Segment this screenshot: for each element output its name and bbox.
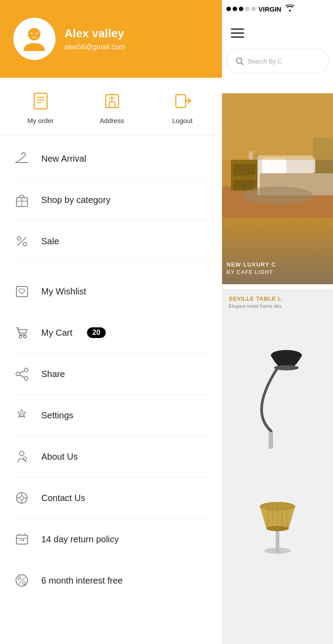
seville-info: SEVILLE TABLE L Elegant metal frame des — [222, 289, 333, 315]
menu-item-settings[interactable]: Settings — [0, 397, 222, 433]
hamburger-icon[interactable] — [231, 28, 244, 38]
wishlist-icon — [13, 283, 30, 300]
luxury-label: NEW LUXURY C BY CAFE LIGHT — [226, 261, 276, 275]
svg-point-19 — [242, 187, 313, 204]
search-icon — [236, 57, 244, 65]
svg-point-11 — [243, 184, 246, 187]
return-icon — [13, 531, 30, 548]
svg-point-10 — [243, 168, 246, 171]
menu-item-interest[interactable]: 6 month interest free — [0, 562, 222, 599]
shop-category-label: Shop by category — [41, 195, 111, 205]
bag-icon — [13, 191, 30, 208]
menu-item-share[interactable]: Share — [0, 356, 222, 392]
about-icon: i — [13, 448, 30, 465]
spacer-1 — [0, 264, 222, 273]
address-label: Address — [100, 117, 124, 124]
lamp-section: SEVILLE TABLE L Elegant metal frame des — [222, 289, 333, 644]
svg-rect-44 — [109, 102, 115, 107]
menu-item-cart[interactable]: My Cart 20 — [0, 314, 222, 351]
cart-icon — [13, 324, 30, 341]
avatar — [13, 18, 56, 60]
menu-item-contact[interactable]: Contact Us — [0, 480, 222, 516]
seville-title: SEVILLE TABLE L — [229, 295, 326, 302]
svg-line-34 — [282, 507, 282, 528]
svg-point-58 — [24, 377, 28, 380]
svg-point-36 — [28, 28, 40, 40]
address-icon — [100, 89, 124, 113]
svg-point-54 — [19, 335, 22, 338]
my-order-label: My order — [28, 117, 54, 124]
percent-icon — [13, 233, 30, 250]
menu-item-wishlist[interactable]: My Wishlist — [0, 273, 222, 310]
svg-point-38 — [36, 32, 38, 34]
bedroom-image: NEW LUXURY C BY CAFE LIGHT — [222, 93, 333, 284]
svg-point-67 — [20, 496, 24, 500]
user-name: Alex valley — [64, 27, 125, 40]
drawer-header: Alex valley alex56@gmail.com — [0, 0, 222, 78]
svg-line-75 — [19, 577, 25, 584]
svg-rect-28 — [276, 529, 279, 553]
svg-point-25 — [274, 365, 299, 370]
user-avatar-icon — [20, 24, 49, 53]
logout-label: Logout — [172, 117, 193, 124]
top-right-area: Search By C — [222, 18, 333, 93]
svg-line-59 — [20, 371, 24, 373]
menu-item-sale[interactable]: Sale — [0, 223, 222, 259]
divider-6 — [13, 394, 209, 395]
svg-rect-39 — [34, 93, 47, 109]
svg-line-60 — [20, 375, 24, 378]
svg-rect-21 — [233, 320, 322, 462]
wifi-icon — [285, 4, 295, 13]
signal-dots — [226, 7, 256, 11]
menu-item-new-arrival[interactable]: New Arrival — [0, 140, 222, 177]
svg-line-32 — [273, 507, 273, 528]
share-label: Share — [41, 369, 65, 379]
settings-icon — [13, 407, 30, 424]
svg-point-62 — [20, 413, 24, 417]
bedroom-svg — [222, 93, 333, 218]
svg-point-57 — [16, 372, 20, 376]
divider-9 — [13, 518, 209, 519]
svg-point-56 — [24, 368, 28, 372]
menu-item-about[interactable]: i About Us — [0, 438, 222, 475]
settings-label: Settings — [41, 410, 73, 421]
user-info: Alex valley alex56@gmail.com — [64, 27, 125, 51]
search-bar[interactable]: Search By C — [226, 49, 329, 73]
menu-list: New Arrival Shop by category — [0, 136, 222, 644]
logout-icon — [170, 89, 194, 113]
svg-rect-0 — [231, 28, 244, 30]
cart-label: My Cart — [41, 328, 72, 338]
svg-rect-53 — [16, 286, 28, 297]
quick-actions-bar: My order Address Logout — [0, 78, 222, 136]
hanger-icon — [13, 150, 30, 167]
logout-action[interactable]: Logout — [170, 89, 194, 124]
svg-rect-20 — [222, 93, 333, 160]
interest-icon — [13, 572, 30, 589]
dot-3 — [239, 7, 243, 11]
wishlist-label: My Wishlist — [41, 286, 86, 297]
svg-rect-45 — [176, 95, 186, 107]
menu-item-shop-category[interactable]: Shop by category — [0, 182, 222, 218]
menu-item-return[interactable]: 14 day return policy — [0, 521, 222, 557]
svg-rect-17 — [291, 158, 315, 173]
order-icon — [28, 89, 53, 113]
nav-drawer: Alex valley alex56@gmail.com My order — [0, 0, 222, 644]
user-email: alex56@gmail.com — [64, 43, 125, 51]
divider-1 — [13, 179, 209, 179]
share-icon — [13, 366, 30, 382]
svg-rect-2 — [231, 36, 244, 38]
golden-lamp-image — [222, 449, 333, 560]
bottom-spacer — [0, 599, 222, 612]
interest-free-label: 6 month interest free — [41, 576, 123, 586]
hamburger-row — [222, 18, 333, 49]
svg-rect-1 — [231, 32, 244, 34]
address-action[interactable]: Address — [100, 89, 124, 124]
sale-label: Sale — [41, 236, 59, 246]
svg-line-4 — [241, 63, 243, 65]
dot-4 — [245, 7, 250, 11]
my-order-action[interactable]: My order — [28, 89, 54, 124]
svg-point-3 — [237, 58, 242, 63]
svg-point-63 — [20, 451, 24, 456]
golden-lamp-svg — [233, 449, 322, 560]
divider-2 — [13, 220, 209, 221]
